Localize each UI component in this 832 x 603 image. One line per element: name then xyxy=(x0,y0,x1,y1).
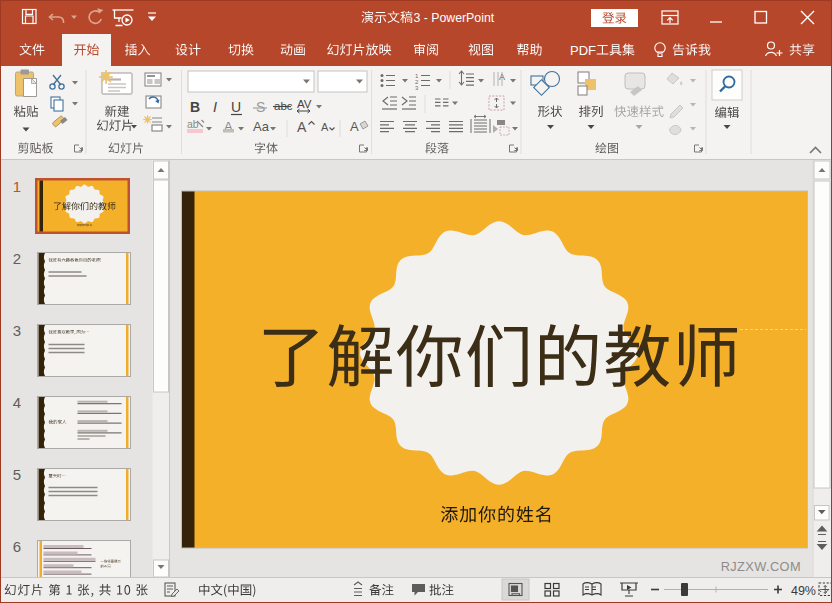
svg-text:A: A xyxy=(499,72,505,82)
svg-text:PDF: PDF xyxy=(570,43,596,58)
svg-text:1: 1 xyxy=(13,178,21,195)
svg-text:AV: AV xyxy=(297,98,312,110)
svg-text:B: B xyxy=(190,99,200,115)
svg-text:4: 4 xyxy=(13,394,21,411)
svg-text:U: U xyxy=(231,99,241,115)
svg-text:49%: 49% xyxy=(791,584,816,598)
svg-text:RJZXW.COM: RJZXW.COM xyxy=(721,559,801,574)
svg-text:S: S xyxy=(256,99,265,115)
svg-text:3 - PowerPoint: 3 - PowerPoint xyxy=(414,11,495,25)
svg-text:2: 2 xyxy=(13,250,21,267)
svg-text:5: 5 xyxy=(13,466,21,483)
svg-text:I: I xyxy=(213,99,217,115)
svg-text:6: 6 xyxy=(13,538,21,555)
svg-text:A: A xyxy=(297,119,307,135)
svg-text:Aa: Aa xyxy=(253,119,270,134)
svg-text:ab: ab xyxy=(187,118,199,130)
svg-text:3: 3 xyxy=(13,322,21,339)
svg-text:A: A xyxy=(321,121,329,133)
svg-text:A: A xyxy=(350,119,359,134)
